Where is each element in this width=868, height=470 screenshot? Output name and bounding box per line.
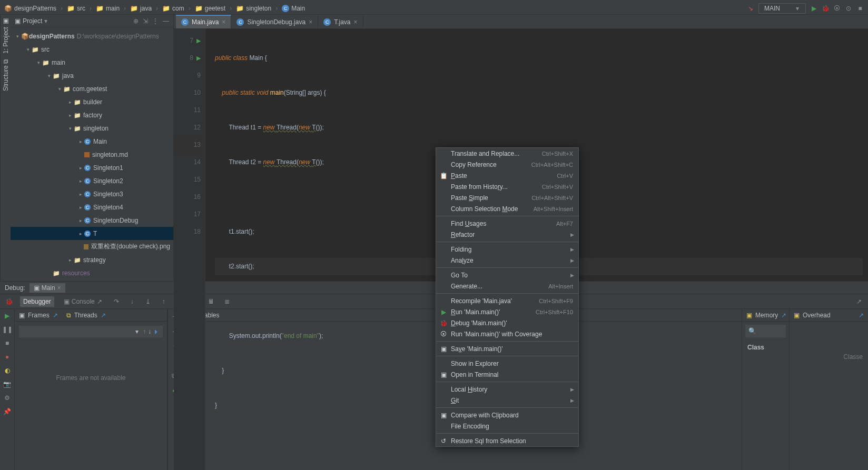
context-menu-item[interactable]: ▶Run 'Main.main()'Ctrl+Shift+F10 — [436, 306, 578, 317]
project-pane-title[interactable]: ▣ Project ▾ — [15, 17, 47, 25]
profile-icon[interactable]: ⊙ — [845, 5, 852, 12]
chevron-icon: › — [61, 5, 63, 12]
run-icon[interactable]: ▶ — [810, 5, 817, 12]
context-menu-item[interactable]: Column Selection ModeAlt+Shift+Insert — [436, 203, 578, 214]
open-icon[interactable]: ↗ — [53, 312, 58, 319]
breadcrumb-item[interactable]: 📁 com — [162, 5, 184, 12]
tree-class[interactable]: ▸CMain — [11, 135, 173, 148]
tree-folder[interactable]: ▾main — [11, 56, 173, 69]
tree-package[interactable]: ▾singleton — [11, 122, 173, 135]
tree-folder[interactable]: resources — [11, 266, 173, 279]
context-menu-item[interactable]: Local History — [436, 384, 578, 395]
force-step-icon[interactable]: ⤓ — [143, 297, 153, 306]
context-menu-item[interactable]: Analyze — [436, 255, 578, 266]
settings-icon[interactable]: ⚙ — [3, 393, 12, 403]
context-menu-item[interactable]: ⦿Run 'Main.main()' with Coverage — [436, 328, 578, 339]
stop-icon[interactable]: ■ — [856, 5, 864, 12]
thread-dropdown[interactable]: ▾ ↑ ↓ ⏵ — [19, 326, 163, 337]
shortcut-label: Ctrl+Alt+Shift+V — [531, 195, 573, 201]
context-menu-item[interactable]: Git — [436, 395, 578, 406]
run-gutter-icon[interactable]: ▶ — [196, 32, 201, 49]
run-gutter-icon[interactable]: ▶ — [196, 49, 201, 67]
pin-icon[interactable]: 📌 — [3, 407, 12, 416]
console-tab[interactable]: ▣ Console ↗ — [61, 296, 105, 307]
context-menu-item[interactable]: Folding — [436, 244, 578, 255]
step-into-icon[interactable]: ↓ — [127, 297, 137, 306]
stop-icon[interactable]: ■ — [3, 338, 12, 348]
breadcrumb-item[interactable]: 📁 geetest — [195, 5, 225, 12]
context-menu-item[interactable]: Paste SimpleCtrl+Alt+Shift+V — [436, 192, 578, 203]
tree-root[interactable]: ▾📦 designPatternsD:\workspace\designPatt… — [11, 29, 173, 43]
close-icon[interactable]: × — [354, 18, 358, 26]
breadcrumb-item[interactable]: 📁 main — [96, 5, 120, 12]
close-icon[interactable]: × — [309, 18, 312, 26]
coverage-icon[interactable]: ⦿ — [833, 5, 841, 12]
step-over-icon[interactable]: ↷ — [112, 297, 121, 306]
run-config-dropdown[interactable]: MAIN▾ — [758, 3, 806, 14]
tree-class[interactable]: ▸CSingletonDebug — [11, 214, 173, 227]
context-menu-item[interactable]: Copy ReferenceCtrl+Alt+Shift+C — [436, 159, 578, 170]
tree-folder[interactable]: ▾java — [11, 69, 173, 82]
context-menu-item[interactable]: File Encoding — [436, 421, 578, 432]
editor-tab[interactable]: CSingletonDebug.java× — [231, 15, 318, 28]
debug-icon[interactable]: 🐞 — [822, 5, 829, 12]
project-tree[interactable]: ▾📦 designPatternsD:\workspace\designPatt… — [11, 27, 173, 281]
tree-file[interactable]: 双重检查(double check).png — [11, 240, 173, 253]
context-menu-item[interactable]: ↺Restore Sql from Selection — [436, 435, 578, 446]
tree-file[interactable]: singleton.md — [11, 148, 173, 161]
step-out-icon[interactable]: ↑ — [159, 297, 169, 306]
breadcrumb-item[interactable]: 📦 designPatterns — [4, 5, 56, 12]
context-menu-item[interactable]: 📋PasteCtrl+V — [436, 170, 578, 181]
context-menu-item[interactable]: Find UsagesAlt+F7 — [436, 218, 578, 229]
debugger-tab[interactable]: Debugger — [20, 296, 54, 307]
tree-class[interactable]: ▸CSingleton1 — [11, 161, 173, 174]
context-menu-item[interactable]: ▣Open in Terminal — [436, 369, 578, 380]
context-menu-item[interactable]: ▣Save 'Main.main()' — [436, 343, 578, 354]
resume-icon[interactable]: ▶ — [3, 311, 12, 321]
view-breakpoints-icon[interactable]: ● — [3, 352, 12, 362]
build-icon[interactable]: ↘ — [747, 5, 754, 12]
breadcrumb-item[interactable]: 📁 src — [67, 5, 85, 12]
dump-icon[interactable]: 📷 — [3, 379, 12, 389]
target-icon[interactable]: ⊕ — [133, 17, 139, 25]
tree-package[interactable]: ▸factory — [11, 108, 173, 122]
breadcrumb-item[interactable]: C Main — [282, 5, 305, 12]
project-tab[interactable]: 1: Project ▣ — [2, 18, 9, 54]
context-menu-item[interactable]: Refactor — [436, 229, 578, 240]
close-icon[interactable]: × — [222, 18, 225, 26]
editor-tab[interactable]: CMain.java× — [176, 15, 231, 28]
hide-icon[interactable]: — — [163, 17, 169, 25]
context-menu-item[interactable]: Go To — [436, 269, 578, 281]
context-menu-item[interactable]: ▣Compare with Clipboard — [436, 409, 578, 421]
tree-package[interactable]: ▸builder — [11, 95, 173, 108]
tree-package[interactable]: ▸strategy — [11, 253, 173, 266]
open-icon[interactable]: ↗ — [101, 312, 106, 319]
tree-class[interactable]: ▸CSingleton2 — [11, 174, 173, 187]
breadcrumb-item[interactable]: 📁 singleton — [236, 5, 271, 12]
context-menu-item[interactable]: Generate...Alt+Insert — [436, 281, 578, 292]
context-menu-item[interactable]: Show in Explorer — [436, 358, 578, 369]
context-menu-item[interactable]: Paste from History...Ctrl+Shift+V — [436, 181, 578, 192]
close-icon[interactable]: × — [57, 284, 61, 292]
tree-class[interactable]: ▸CT — [11, 227, 173, 240]
tree-class[interactable]: ▸CSingleton4 — [11, 201, 173, 214]
pause-icon[interactable]: ❚❚ — [3, 325, 12, 334]
rerun-icon[interactable]: 🐞 — [4, 297, 14, 306]
tree-class[interactable]: ▸CSingleton3 — [11, 187, 173, 201]
context-menu-item[interactable]: Recompile 'Main.java'Ctrl+Shift+F9 — [436, 295, 578, 306]
mute-breakpoints-icon[interactable]: ◐ — [3, 366, 12, 375]
settings-icon[interactable]: ⋮ — [152, 17, 159, 25]
collapse-icon[interactable]: ⇲ — [143, 17, 148, 25]
editor-tab[interactable]: CT.java× — [318, 15, 363, 28]
debug-session-tab[interactable]: ▣ Main × — [29, 283, 65, 293]
context-menu-item[interactable]: Translate and Replace...Ctrl+Shift+X — [436, 148, 578, 159]
context-menu[interactable]: Translate and Replace...Ctrl+Shift+XCopy… — [436, 147, 579, 447]
context-menu-item[interactable]: 🐞Debug 'Main.main()' — [436, 317, 578, 328]
breadcrumb-item[interactable]: 📁 java — [130, 5, 152, 12]
structure-tab[interactable]: Structure ⧉ — [2, 59, 9, 91]
tree-folder[interactable]: ▾src — [11, 43, 173, 56]
chevron-icon: › — [230, 5, 232, 12]
editor-gutter[interactable]: 7▶ 8▶ 9101112 13 1415161718 — [174, 29, 205, 470]
left-tool-gutter[interactable]: Structure ⧉ 1: Project ▣ — [0, 15, 11, 281]
tree-package[interactable]: ▾com.geetest — [11, 82, 173, 95]
